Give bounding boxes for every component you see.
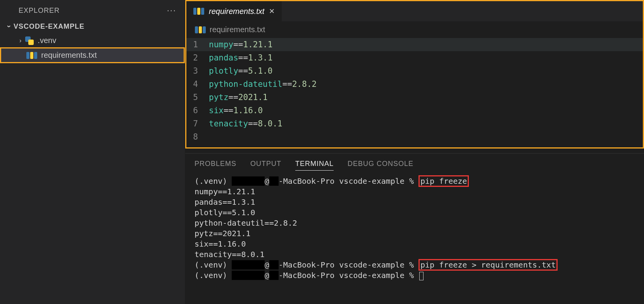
highlighted-command: pip freeze > requirements.txt — [418, 259, 558, 271]
terminal-line: plotly==5.1.0 — [195, 207, 635, 218]
terminal-line: six==1.16.0 — [195, 239, 635, 249]
pip-icon — [193, 8, 204, 15]
terminal-output[interactable]: (.venv) xxxxxxx@xx-MacBook-Pro vscode-ex… — [185, 174, 644, 282]
code-text: pytz==2021.1 — [209, 93, 268, 102]
terminal-line: pandas==1.3.1 — [195, 197, 635, 207]
tab-problems[interactable]: PROBLEMS — [195, 160, 236, 171]
line-number: 6 — [186, 106, 209, 115]
terminal-line: pytz==2021.1 — [195, 228, 635, 239]
tab-terminal[interactable]: TERMINAL — [295, 160, 334, 171]
close-icon[interactable]: ✕ — [269, 7, 275, 16]
editor-line[interactable]: 5pytz==2021.1 — [186, 91, 643, 104]
editor-line[interactable]: 7tenacity==8.0.1 — [186, 117, 643, 130]
line-number: 4 — [186, 79, 209, 89]
editor-line[interactable]: 6six==1.16.0 — [186, 104, 643, 117]
terminal-line: numpy==1.21.1 — [195, 187, 635, 197]
explorer-more-icon[interactable]: ··· — [167, 5, 176, 16]
tab-debug-console[interactable]: DEBUG CONSOLE — [348, 160, 413, 171]
line-number: 2 — [186, 53, 209, 62]
tab-requirements[interactable]: requirements.txt ✕ — [186, 1, 282, 21]
tree-item-requirements[interactable]: › requirements.txt — [0, 47, 185, 63]
terminal-line: (.venv) xxxxxxx@xx-MacBook-Pro vscode-ex… — [195, 270, 635, 281]
explorer-title: EXPLORER — [19, 7, 60, 15]
code-text: python-dateutil==2.8.2 — [209, 79, 317, 89]
editor-line[interactable]: 8 — [186, 130, 643, 143]
breadcrumb[interactable]: requirements.txt — [186, 21, 643, 38]
line-number: 5 — [186, 93, 209, 102]
highlighted-command: pip freeze — [418, 175, 469, 187]
code-text: pandas==1.3.1 — [209, 53, 272, 62]
chevron-right-icon: › — [19, 37, 21, 44]
line-number: 3 — [186, 66, 209, 76]
code-text: plotly==5.1.0 — [209, 66, 272, 76]
workspace-folder[interactable]: › VSCODE-EXAMPLE — [0, 19, 185, 34]
redacted-user: xxxxxxx — [232, 176, 264, 186]
editor-line[interactable]: 1numpy==1.21.1 — [186, 38, 643, 51]
tree-item-label: .venv — [38, 36, 56, 45]
redacted-host: xx — [269, 260, 279, 269]
terminal-line: tenacity==8.0.1 — [195, 249, 635, 260]
line-number: 1 — [186, 40, 209, 49]
bottom-panel: PROBLEMS OUTPUT TERMINAL DEBUG CONSOLE (… — [185, 153, 644, 304]
redacted-host: xx — [269, 176, 279, 186]
explorer-sidebar: EXPLORER ··· › VSCODE-EXAMPLE › .venv › … — [0, 0, 185, 304]
line-number: 7 — [186, 119, 209, 128]
breadcrumb-label: requirements.txt — [210, 25, 265, 34]
pip-icon — [26, 52, 37, 59]
tab-label: requirements.txt — [209, 7, 264, 16]
code-text: tenacity==8.0.1 — [209, 119, 282, 128]
cursor-icon — [419, 272, 424, 280]
redacted-user: xxxxxxx — [232, 271, 264, 280]
workspace-folder-label: VSCODE-EXAMPLE — [14, 22, 84, 31]
redacted-host: xx — [269, 271, 279, 280]
python-icon — [25, 36, 34, 45]
terminal-line: (.venv) xxxxxxx@xx-MacBook-Pro vscode-ex… — [195, 176, 635, 187]
tab-bar: requirements.txt ✕ — [186, 1, 643, 21]
pip-icon — [195, 26, 206, 33]
editor-line[interactable]: 4python-dateutil==2.8.2 — [186, 78, 643, 91]
editor-line[interactable]: 2pandas==1.3.1 — [186, 51, 643, 64]
main-area: requirements.txt ✕ requirements.txt 1num… — [185, 0, 644, 304]
terminal-line: (.venv) xxxxxxx@xx-MacBook-Pro vscode-ex… — [195, 260, 635, 270]
code-text: six==1.16.0 — [209, 106, 263, 115]
editor-line[interactable]: 3plotly==5.1.0 — [186, 64, 643, 78]
redacted-user: xxxxxxx — [232, 260, 264, 269]
tree-item-venv[interactable]: › .venv — [0, 34, 185, 47]
code-editor[interactable]: 1numpy==1.21.12pandas==1.3.13plotly==5.1… — [186, 38, 643, 147]
chevron-down-icon: › — [5, 25, 13, 28]
panel-tabs: PROBLEMS OUTPUT TERMINAL DEBUG CONSOLE — [185, 154, 644, 174]
line-number: 8 — [186, 132, 209, 142]
tab-output[interactable]: OUTPUT — [250, 160, 281, 171]
tree-item-label: requirements.txt — [41, 51, 96, 60]
editor-highlight: requirements.txt ✕ requirements.txt 1num… — [185, 0, 644, 149]
terminal-line: python-dateutil==2.8.2 — [195, 218, 635, 228]
explorer-header: EXPLORER ··· — [0, 0, 185, 19]
code-text: numpy==1.21.1 — [209, 40, 272, 49]
